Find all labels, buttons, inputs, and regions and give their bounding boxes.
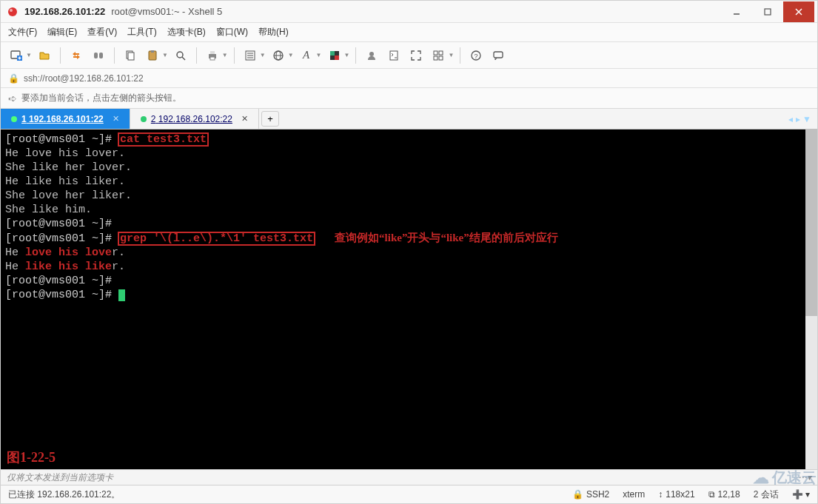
- svg-rect-10: [94, 53, 98, 58]
- terminal-output: He love his lover.: [5, 246, 813, 260]
- svg-rect-30: [335, 56, 339, 60]
- toolbar: ▼ ▼ ▼ ▼ ▼ A ▼ ▼ ▼ ?: [1, 42, 817, 69]
- status-protocol: 🔒 SSH2: [572, 489, 609, 500]
- highlighted-command-1: cat test3.txt: [118, 133, 208, 146]
- fullscreen-icon[interactable]: [406, 46, 426, 65]
- title-ip: 192.168.26.101:22: [24, 6, 105, 17]
- session-tab-1[interactable]: 1 192.168.26.101:22 ✕: [1, 109, 130, 129]
- dropdown-icon[interactable]: ▼: [260, 52, 266, 58]
- dropdown-icon[interactable]: ▼: [162, 52, 168, 58]
- annotation-text: 查询例如“like”开头与“like”结尾的前后对应行: [335, 232, 558, 243]
- titlebar: 192.168.26.101:22 root@vms001:~ - Xshell…: [1, 1, 817, 23]
- add-tab-button[interactable]: +: [261, 111, 279, 127]
- disconnect-icon[interactable]: [89, 46, 108, 65]
- svg-rect-33: [434, 51, 438, 55]
- terminal-output: He like his liker.: [5, 260, 813, 274]
- copy-icon[interactable]: [121, 46, 140, 65]
- dropdown-icon[interactable]: ▼: [316, 52, 322, 58]
- status-dot-icon: [11, 116, 17, 122]
- close-button[interactable]: [783, 1, 814, 22]
- tab-close-icon[interactable]: ✕: [113, 114, 119, 124]
- status-position: ⧉ 12,18: [708, 489, 740, 500]
- help-icon[interactable]: ?: [466, 46, 486, 65]
- svg-rect-11: [99, 53, 103, 58]
- tab-nav-icons[interactable]: ◂ ▸ ▼: [782, 109, 817, 129]
- chat-icon[interactable]: [489, 46, 508, 65]
- paste-icon[interactable]: [143, 46, 162, 65]
- menu-help[interactable]: 帮助(H): [258, 26, 289, 38]
- status-connection: 已连接 192.168.26.101:22。: [8, 488, 559, 501]
- menubar: 文件(F) 编辑(E) 查看(V) 工具(T) 选项卡(B) 窗口(W) 帮助(…: [1, 23, 817, 42]
- dropdown-icon[interactable]: ▼: [448, 52, 454, 58]
- reconnect-icon[interactable]: [67, 46, 86, 65]
- menu-view[interactable]: 查看(V): [87, 26, 117, 38]
- menu-file[interactable]: 文件(F): [8, 26, 37, 38]
- svg-text:?: ?: [475, 53, 478, 60]
- menu-tab[interactable]: 选项卡(B): [167, 26, 206, 38]
- dropdown-icon[interactable]: ▼: [344, 52, 350, 58]
- print-icon[interactable]: [203, 46, 222, 65]
- terminal-cursor: [118, 289, 125, 301]
- find-icon[interactable]: [171, 46, 190, 65]
- status-plus-icon[interactable]: ➕ ▾: [792, 489, 810, 500]
- app-icon: [7, 6, 19, 18]
- terminal-output: He like his liker.: [5, 175, 813, 189]
- dropdown-icon[interactable]: ▼: [26, 52, 32, 58]
- tabstrip: 1 192.168.26.101:22 ✕ 2 192.168.26.102:2…: [1, 109, 817, 130]
- open-icon[interactable]: [35, 46, 54, 65]
- status-sessions: 2 会话: [754, 488, 779, 501]
- lock-icon: 🔒: [8, 73, 19, 84]
- terminal[interactable]: [root@vms001 ~]# cat test3.txt He love h…: [1, 130, 817, 469]
- minimize-button[interactable]: [721, 1, 752, 22]
- svg-rect-34: [439, 51, 443, 55]
- statusbar: 已连接 192.168.26.101:22。 🔒 SSH2 xterm ↕ 11…: [1, 485, 817, 503]
- tile-icon[interactable]: [429, 46, 448, 65]
- svg-point-0: [8, 7, 17, 16]
- svg-rect-15: [151, 50, 154, 53]
- maximize-button[interactable]: [752, 1, 783, 22]
- send-input-bar[interactable]: 仅将文本发送到当前选项卡 ⋯▾: [1, 469, 817, 485]
- color-icon[interactable]: [325, 46, 344, 65]
- menu-window[interactable]: 窗口(W): [216, 26, 248, 38]
- menu-tools[interactable]: 工具(T): [127, 26, 156, 38]
- add-arrow-icon[interactable]: ➪: [8, 93, 17, 104]
- font-icon[interactable]: A: [297, 46, 316, 65]
- svg-rect-32: [390, 51, 398, 60]
- send-hint-text: 仅将文本发送到当前选项卡: [7, 471, 113, 484]
- status-term: xterm: [623, 489, 645, 500]
- script-icon[interactable]: [384, 46, 403, 65]
- svg-rect-20: [210, 57, 215, 60]
- hint-text: 要添加当前会话，点击左侧的箭头按钮。: [21, 92, 181, 104]
- svg-rect-36: [439, 56, 443, 60]
- status-size: ↕ 118x21: [658, 489, 694, 500]
- svg-line-17: [182, 57, 185, 60]
- address-bar[interactable]: 🔒 ssh://root@192.168.26.101:22: [1, 69, 817, 88]
- status-dot-icon: [141, 116, 147, 122]
- tab-close-icon[interactable]: ✕: [241, 114, 248, 124]
- terminal-output: She like her lover.: [5, 161, 813, 175]
- send-options-icon[interactable]: ⋯▾: [798, 472, 811, 483]
- highlighted-command-2: grep '\(l..e\).*\1' test3.txt: [118, 232, 315, 245]
- svg-rect-3: [765, 9, 771, 15]
- terminal-output: She love her liker.: [5, 189, 813, 203]
- new-session-icon[interactable]: [7, 46, 26, 65]
- dropdown-icon[interactable]: ▼: [222, 52, 228, 58]
- svg-rect-35: [434, 56, 438, 60]
- session-tab-2[interactable]: 2 192.168.26.102:22 ✕: [130, 109, 259, 129]
- terminal-output: He love his lover.: [5, 147, 813, 161]
- dropdown-icon[interactable]: ▼: [288, 52, 294, 58]
- title-rest: root@vms001:~ - Xshell 5: [111, 6, 222, 17]
- web-icon[interactable]: [269, 46, 288, 65]
- svg-point-31: [369, 52, 374, 56]
- svg-rect-39: [494, 52, 503, 58]
- svg-rect-19: [210, 51, 215, 54]
- user-icon[interactable]: [362, 46, 381, 65]
- svg-point-16: [177, 52, 183, 58]
- terminal-output: She like him.: [5, 203, 813, 217]
- svg-point-1: [10, 9, 13, 12]
- hint-bar: ➪ 要添加当前会话，点击左侧的箭头按钮。: [1, 88, 817, 109]
- terminal-scrollbar[interactable]: [805, 130, 817, 469]
- menu-edit[interactable]: 编辑(E): [47, 26, 77, 38]
- svg-rect-29: [330, 51, 335, 56]
- properties-icon[interactable]: [241, 46, 260, 65]
